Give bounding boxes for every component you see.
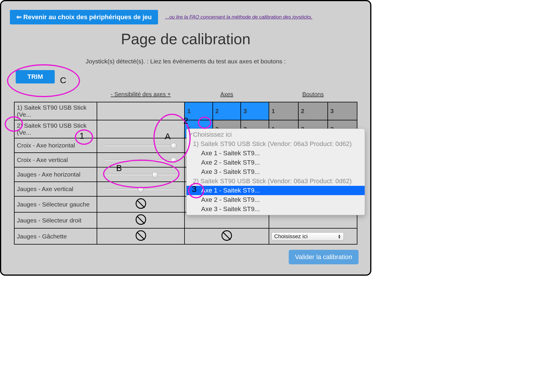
joystick-label: 1) Saitek ST90 USB Stick (Ve... <box>14 102 97 120</box>
row-label: Jauges - Sélecteur droit <box>14 212 97 228</box>
sensitivity-slider[interactable] <box>105 188 177 190</box>
dropdown-option[interactable]: Axe 3 - Saitek ST9... <box>187 204 365 214</box>
row-label: Jauges - Sélecteur gauche <box>14 196 97 212</box>
dropdown-placeholder[interactable]: Choisissez ici <box>187 130 365 139</box>
header-sensitivity: - Sensibilité des axes + <box>97 89 185 102</box>
joystick-label: 2) Saitek ST90 USB Stick (Ve... <box>14 120 97 138</box>
dropdown-group-header: 2) Saitek ST90 USB Stick (Vendor: 06a3 P… <box>187 177 365 186</box>
page-subtitle: Joystick(s) détecté(s). : Liez les évène… <box>1 58 370 65</box>
prohibited-icon <box>221 230 232 241</box>
trim-button[interactable]: TRIM <box>16 70 55 83</box>
dropdown-option[interactable]: Axe 3 - Saitek ST9... <box>187 167 365 177</box>
select-value: Choisissez ici <box>274 233 308 240</box>
topbar: ⇐ Revenir au choix des périphériques de … <box>1 1 370 24</box>
dropdown-option[interactable]: Axe 2 - Saitek ST9... <box>187 158 365 167</box>
faq-link[interactable]: ...ou lire la FAQ concernant la méthode … <box>165 14 312 20</box>
header-buttons: Boutons <box>269 89 357 102</box>
sensitivity-slider[interactable] <box>105 145 177 146</box>
row-label: Jauges - Axe horizontal <box>14 167 97 182</box>
mapping-row: Jauges - Gâchette Choisissez ici ▲▼ <box>14 228 357 244</box>
row-label: Croix - Axe horizontal <box>14 138 97 153</box>
button-indicator: 2 <box>298 102 328 120</box>
header-axes: Axes <box>185 89 269 102</box>
joystick-row: 1) Saitek ST90 USB Stick (Ve... 1 2 3 1 … <box>14 102 357 120</box>
calibration-page: ⇐ Revenir au choix des périphériques de … <box>0 0 371 276</box>
sensitivity-slider[interactable] <box>105 159 177 161</box>
button-indicator: 1 <box>269 102 298 120</box>
dropdown-group-header: 1) Saitek ST90 USB Stick (Vendor: 06a3 P… <box>187 139 365 149</box>
validate-button[interactable]: Valider la calibration <box>289 250 359 264</box>
dropdown-option-selected[interactable]: Axe 1 - Saitek ST9... <box>187 186 365 195</box>
prohibited-icon <box>136 214 146 225</box>
prohibited-icon <box>136 230 146 241</box>
sensitivity-slider[interactable] <box>105 174 177 175</box>
dropdown-option[interactable]: Axe 1 - Saitek ST9... <box>187 149 365 158</box>
button-indicator: 3 <box>328 102 357 120</box>
axis-indicator: 3 <box>241 102 269 120</box>
axis-dropdown[interactable]: Choisissez ici 1) Saitek ST90 USB Stick … <box>186 129 365 215</box>
axis-indicator: 1 <box>185 102 213 120</box>
row-label: Croix - Axe vertical <box>14 153 97 167</box>
axis-indicator: 2 <box>213 102 241 120</box>
prohibited-icon <box>136 198 146 209</box>
row-label: Jauges - Gâchette <box>14 228 97 244</box>
button-select[interactable]: Choisissez ici ▲▼ <box>272 232 344 240</box>
page-title: Page de calibration <box>1 30 370 48</box>
back-button[interactable]: ⇐ Revenir au choix des périphériques de … <box>10 10 158 24</box>
dropdown-option[interactable]: Axe 2 - Saitek ST9... <box>187 195 365 204</box>
row-label: Jauges - Axe vertical <box>14 182 97 196</box>
stepper-arrows-icon: ▲▼ <box>338 234 341 239</box>
